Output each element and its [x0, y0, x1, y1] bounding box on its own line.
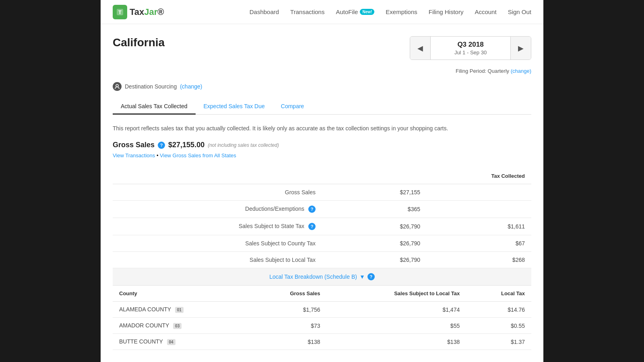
county-local-tax: $0.55	[466, 318, 531, 334]
table-row: Sales Subject to Local Tax $26,790 $268	[113, 252, 531, 268]
period-info: Q3 2018 Jul 1 - Sep 30	[430, 37, 511, 60]
row-value: $27,155	[322, 184, 427, 201]
row-label: Sales Subject to County Tax	[113, 235, 322, 252]
sourcing-label: Destination Sourcing	[125, 83, 177, 90]
sales-tax-table: Tax Collected Gross Sales $27,155 Deduct…	[113, 168, 531, 268]
table-row: Gross Sales $27,155	[113, 184, 531, 201]
period-prev-button[interactable]: ◀	[410, 37, 430, 60]
row-tax	[427, 184, 531, 201]
nav-filing-history[interactable]: Filing History	[429, 8, 464, 15]
main-content: California ◀ Q3 2018 Jul 1 - Sep 30 ▶ Fi…	[101, 24, 543, 362]
link-separator: •	[157, 152, 160, 158]
county-subject: $138	[327, 334, 466, 350]
view-gross-sales-link[interactable]: View Gross Sales from All States	[160, 152, 236, 158]
row-value: $26,790	[322, 252, 427, 268]
county-badge: 04	[167, 339, 175, 345]
svg-point-2	[116, 84, 118, 87]
county-row: BUTTE COUNTY 04 $138 $138 $1.37	[113, 334, 531, 350]
county-subject: $1,474	[327, 302, 466, 318]
gross-sales-note: (not including sales tax collected)	[208, 142, 279, 148]
row-value: $365	[322, 201, 427, 218]
sourcing-change-link[interactable]: (change)	[180, 83, 202, 90]
row-label: Sales Subject to Local Tax	[113, 252, 322, 268]
county-name: AMADOR COUNTY 03	[113, 318, 250, 334]
county-row: AMADOR COUNTY 03 $73 $55 $0.55	[113, 318, 531, 334]
filing-period-row: Filing Period: Quarterly (change)	[113, 68, 531, 74]
period-dates: Jul 1 - Sep 30	[443, 49, 498, 56]
county-gross-sales: $73	[250, 318, 326, 334]
report-description: This report reflects sales tax that you …	[113, 124, 531, 133]
col-subject-local: Sales Subject to Local Tax	[327, 286, 466, 302]
tab-compare[interactable]: Compare	[273, 99, 312, 115]
autofile-badge: New!	[360, 9, 374, 15]
row-label: Sales Subject to State Tax ?	[113, 218, 322, 235]
col-local-tax: Local Tax	[466, 286, 531, 302]
svg-text:T: T	[118, 9, 122, 15]
sourcing-icon	[113, 82, 122, 91]
row-label: Gross Sales	[113, 184, 322, 201]
row-value: $26,790	[322, 218, 427, 235]
county-name: ALAMEDA COUNTY 01	[113, 302, 250, 318]
logo[interactable]: T TaxJar®	[113, 5, 164, 19]
county-gross-sales: $1,756	[250, 302, 326, 318]
row-tax	[427, 201, 531, 218]
page-title: California	[113, 36, 165, 49]
nav-transactions[interactable]: Transactions	[290, 8, 324, 15]
filing-period-label: Filing Period: Quarterly	[456, 68, 509, 74]
schedule-b-link[interactable]: Local Tax Breakdown (Schedule B) ▼ ?	[118, 273, 526, 280]
state-tax-help-icon[interactable]: ?	[308, 223, 316, 230]
col-header-label	[113, 168, 322, 184]
logo-text: TaxJar®	[130, 7, 164, 17]
report-tabs: Actual Sales Tax Collected Expected Sale…	[113, 99, 531, 115]
sourcing-row: Destination Sourcing (change)	[113, 82, 531, 91]
logo-icon: T	[113, 5, 127, 19]
row-tax: $67	[427, 235, 531, 252]
county-badge: 01	[175, 307, 184, 313]
nav-links: Dashboard Transactions AutoFile New! Exe…	[250, 8, 531, 15]
nav-exemptions[interactable]: Exemptions	[386, 8, 417, 15]
col-header-value	[322, 168, 427, 184]
table-row: Sales Subject to County Tax $26,790 $67	[113, 235, 531, 252]
tab-actual[interactable]: Actual Sales Tax Collected	[113, 99, 196, 115]
period-next-button[interactable]: ▶	[511, 37, 531, 60]
view-transactions-link[interactable]: View Transactions	[113, 152, 155, 158]
table-row: Sales Subject to State Tax ? $26,790 $1,…	[113, 218, 531, 235]
tab-expected[interactable]: Expected Sales Tax Due	[196, 99, 273, 115]
row-label: Deductions/Exemptions ?	[113, 201, 322, 218]
county-row: ALAMEDA COUNTY 01 $1,756 $1,474 $14.76	[113, 302, 531, 318]
table-row: Deductions/Exemptions ? $365	[113, 201, 531, 218]
period-navigator: ◀ Q3 2018 Jul 1 - Sep 30 ▶	[410, 36, 531, 60]
nav-dashboard[interactable]: Dashboard	[250, 8, 279, 15]
row-value: $26,790	[322, 235, 427, 252]
gross-sales-amount: $27,155.00	[168, 141, 204, 149]
county-subject: $55	[327, 318, 466, 334]
gross-sales-label: Gross Sales	[113, 141, 155, 149]
county-table: County Gross Sales Sales Subject to Loca…	[113, 286, 531, 350]
nav-account[interactable]: Account	[475, 8, 496, 15]
nav-sign-out[interactable]: Sign Out	[508, 8, 531, 15]
row-tax: $1,611	[427, 218, 531, 235]
filing-period-change-link[interactable]: (change)	[511, 68, 531, 74]
county-badge: 03	[173, 323, 182, 329]
nav-autofile[interactable]: AutoFile New!	[336, 8, 374, 15]
col-county: County	[113, 286, 250, 302]
row-tax: $268	[427, 252, 531, 268]
col-header-tax: Tax Collected	[427, 168, 531, 184]
county-gross-sales: $138	[250, 334, 326, 350]
period-quarter: Q3 2018	[443, 41, 498, 49]
county-local-tax: $14.76	[466, 302, 531, 318]
col-gross-sales: Gross Sales	[250, 286, 326, 302]
schedule-b-help-icon[interactable]: ?	[367, 273, 375, 280]
gross-sales-links: View Transactions • View Gross Sales fro…	[113, 152, 531, 158]
gross-sales-row: Gross Sales ? $27,155.00 (not including …	[113, 141, 531, 149]
deductions-help-icon[interactable]: ?	[308, 206, 316, 213]
schedule-b-row: Local Tax Breakdown (Schedule B) ▼ ?	[113, 268, 531, 286]
main-nav: T TaxJar® Dashboard Transactions AutoFil…	[101, 0, 543, 24]
county-name: BUTTE COUNTY 04	[113, 334, 250, 350]
schedule-b-label: Local Tax Breakdown (Schedule B)	[269, 274, 357, 280]
page-header: California ◀ Q3 2018 Jul 1 - Sep 30 ▶	[113, 36, 531, 60]
county-local-tax: $1.37	[466, 334, 531, 350]
gross-sales-help-icon[interactable]: ?	[158, 142, 165, 149]
chevron-down-icon: ▼	[359, 274, 365, 280]
